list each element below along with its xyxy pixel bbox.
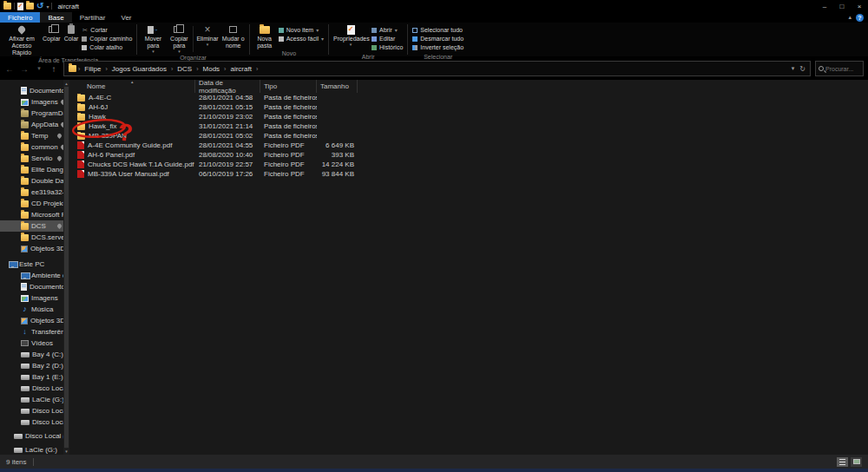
sidebar-item-appdata[interactable]: AppData [0,119,69,130]
tab-partilhar[interactable]: Partilhar [72,12,114,23]
sidebar-item-transferencias[interactable]: ↓Transferências [0,326,69,338]
file-row-chucks-guide-pdf[interactable]: Chucks DCS Hawk T.1A Guide.pdf 21/10/201… [77,160,868,169]
breadcrumb-item-jogos-guardados[interactable]: Jogos Guardados [109,65,169,73]
sidebar-item-documentos-pinned[interactable]: Documentos [0,85,69,96]
pin-quick-access-button[interactable]: Afixar em Acesso Rápido [3,23,41,57]
qat-dropdown-caret-icon[interactable]: ▾ [46,3,49,10]
undo-icon[interactable]: ↺ [36,2,43,10]
open-button[interactable]: Abrir▾ [372,26,403,34]
sidebar-item-disco-f[interactable]: Disco Local (F:) [0,383,69,394]
properties-button[interactable]: ✓ Propriedades▾ [332,23,370,54]
sidebar-item-bay4-c[interactable]: Bay 4 (C:) [0,349,69,360]
file-list[interactable]: ▴Nome Data de modificação Tipo Tamanho A… [69,80,868,455]
rename-button[interactable]: Mudar o nome [220,23,247,55]
column-header-size[interactable]: Tamanho [317,80,358,93]
tab-ver[interactable]: Ver [113,12,139,23]
select-none-button[interactable]: Desmarcar tudo [412,35,464,43]
file-row-ah6j[interactable]: AH-6J 28/01/2021 05:15 Pasta de ficheiro… [77,102,868,112]
delete-button[interactable]: × Eliminar▾ [194,23,220,55]
sidebar-item-elite-dangerous[interactable]: Elite Dangero [0,164,69,175]
sidebar-scrollbar[interactable]: ▴ ▾ [63,80,69,455]
close-button[interactable]: × [851,0,868,12]
sidebar-item-ee319a32[interactable]: ee319a32-e3e [0,187,69,198]
sidebar-item-objetos-3d-pinned[interactable]: Objetos 3D [0,243,69,254]
sidebar-item-bay1-e[interactable]: Bay 1 (E:) [0,371,69,383]
file-row-hawk[interactable]: Hawk 21/10/2019 23:02 Pasta de ficheiros [77,112,868,121]
invert-selection-button[interactable]: Inverter seleção [412,43,464,51]
tab-ficheiro[interactable]: Ficheiro [0,12,40,23]
new-folder-qat-icon[interactable] [26,3,34,10]
move-to-button[interactable]: → Mover para▾ [140,23,166,55]
paste-shortcut-button[interactable]: Colar atalho [82,43,132,51]
breadcrumb[interactable]: › Filipe › Jogos Guardados › DCS › Mods … [63,61,811,76]
column-header-name[interactable]: ▴Nome [77,80,195,93]
file-row-a4e-guide-pdf[interactable]: A-4E Community Guide.pdf 28/01/2021 04:5… [77,141,868,150]
file-row-mb339pan[interactable]: MB-339PAN 28/01/2021 05:02 Pasta de fich… [77,131,868,141]
copy-button[interactable]: Copiar [41,23,62,57]
easy-access-button[interactable]: Acesso fácil▾ [279,35,324,43]
sidebar-item-disco-h[interactable]: Disco Local (H:) [0,405,69,416]
thumbnails-view-button[interactable] [851,457,862,467]
forward-icon[interactable]: → [19,64,30,74]
collapse-ribbon-icon[interactable]: ▴ [848,14,852,21]
sidebar-item-ambiente-de-trabalho[interactable]: Ambiente de tra [0,270,69,281]
sidebar-item-este-pc[interactable]: Este PC [0,259,69,270]
thumbnails-view-icon [853,459,860,464]
recent-locations-caret-icon[interactable]: ▾ [34,65,44,72]
sidebar-item-dcs[interactable]: DCS [0,220,69,232]
scroll-up-icon[interactable]: ▴ [65,81,68,86]
copy-path-button[interactable]: Copiar caminho [82,35,132,43]
sidebar-item-microsoft-flight[interactable]: Microsoft Flig [0,209,69,220]
address-dropdown-caret-icon[interactable]: ▾ [792,65,795,72]
sidebar-item-imagens[interactable]: Imagens [0,292,69,304]
new-item-button[interactable]: Novo item▾ [279,26,324,34]
minimize-button[interactable]: – [816,0,833,12]
history-button[interactable]: Histórico [372,43,403,51]
sidebar-item-temp[interactable]: Temp [0,130,69,141]
breadcrumb-item-mods[interactable]: Mods [201,65,223,73]
scroll-down-icon[interactable]: ▾ [65,449,68,454]
details-view-button[interactable] [837,457,848,467]
file-row-a4ec[interactable]: A-4E-C 28/01/2021 04:58 Pasta de ficheir… [77,93,868,102]
sidebar-item-videos[interactable]: Vídeos [0,338,69,349]
tab-base[interactable]: Base [40,12,71,23]
file-row-hawk-fix[interactable]: Hawk_fix 31/01/2021 21:14 Pasta de fiche… [77,121,868,131]
copy-to-button[interactable]: → Copiar para▾ [166,23,192,55]
sidebar-item-dcs-server[interactable]: DCS.server [0,232,69,243]
sidebar-item-objetos-3d[interactable]: Objetos 3D [0,315,69,326]
refresh-icon[interactable]: ↻ [799,65,806,73]
scrollbar-thumb[interactable] [64,87,69,448]
column-header-date[interactable]: Data de modificação [195,80,260,93]
select-all-button[interactable]: Selecionar tudo [412,26,464,34]
sidebar-item-double-damage[interactable]: Double Dama [0,175,69,187]
location-folder-icon [69,65,76,72]
sidebar-item-documentos[interactable]: Documentos [0,281,69,292]
sidebar-item-cd-projekt[interactable]: CD Projekt Re [0,198,69,209]
column-header-type[interactable]: Tipo [260,80,317,93]
sidebar-item-common[interactable]: common [0,141,69,153]
sidebar-item-disco-h-root[interactable]: Disco Local (H:) [0,430,69,442]
sidebar-item-serviio[interactable]: Serviio [0,153,69,164]
breadcrumb-item-dcs[interactable]: DCS [174,65,194,73]
sidebar-item-bay2-d[interactable]: Bay 2 (D:) [0,360,69,371]
breadcrumb-item-filipe[interactable]: Filipe [82,65,103,73]
file-row-mb339a-manual-pdf[interactable]: MB-339A User Manual.pdf 06/10/2019 17:26… [77,169,868,179]
up-icon[interactable]: ↑ [49,64,59,74]
file-row-ah6-panel-pdf[interactable]: AH-6 Panel.pdf 28/08/2020 10:40 Ficheiro… [77,150,868,160]
properties-qat-icon[interactable]: ✓ [17,3,23,10]
sidebar-item-lacie-g[interactable]: LaCie (G:) [0,394,69,405]
paste-button[interactable]: Colar [62,23,81,57]
breadcrumb-item-aircraft[interactable]: aircraft [227,65,253,73]
edit-button[interactable]: Editar [372,35,403,43]
search-input[interactable] [825,66,860,72]
sidebar-item-imagens-pinned[interactable]: Imagens [0,96,69,108]
sidebar-item-musica[interactable]: ♪Música [0,304,69,315]
sidebar-item-disco-i[interactable]: Disco Local (I:) [0,416,69,428]
back-icon[interactable]: ← [4,64,15,74]
new-folder-button[interactable]: Nova pasta [253,23,277,50]
sidebar-item-lacie-g-root[interactable]: LaCie (G:) [0,444,69,455]
sidebar-item-programdata[interactable]: ProgramData [0,108,69,119]
maximize-button[interactable]: □ [833,0,851,12]
cut-button[interactable]: ✂ Cortar [82,26,132,34]
help-icon[interactable]: ? [856,14,864,22]
